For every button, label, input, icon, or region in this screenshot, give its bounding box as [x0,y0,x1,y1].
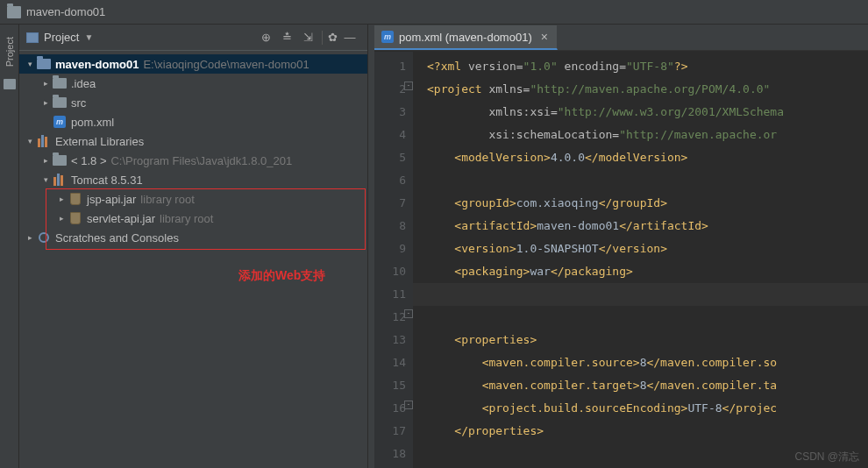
tree-item-scratches[interactable]: ▸ Scratches and Consoles [19,228,367,247]
locate-icon[interactable]: ⊕ [259,31,273,45]
collapse-all-icon[interactable]: ⇲ [301,31,315,45]
window-title: maven-domo01 [26,5,105,18]
expand-arrow-icon[interactable]: ▸ [40,98,51,107]
code-editor[interactable]: <?xml version="1.0" encoding="UTF-8"?> <… [413,52,868,468]
expand-arrow-icon[interactable]: ▾ [25,137,35,145]
tree-item-src[interactable]: ▸ src [19,93,367,112]
folder-icon [53,154,67,167]
expand-arrow-icon[interactable]: ▸ [40,156,51,165]
panel-resizer[interactable] [368,25,374,468]
tree-root-path: E:\xiaoqingCode\maven-domo01 [143,58,309,71]
window-titlebar: maven-domo01 [0,0,868,25]
tree-item-jsp-jar[interactable]: ▸ jsp-api.jar library root [19,189,367,209]
tree-item-idea[interactable]: ▸ .idea [19,74,367,93]
editor-tabs: m pom.xml (maven-domo01) × [374,25,868,51]
editor-tab-pom[interactable]: m pom.xml (maven-domo01) × [374,25,558,50]
project-panel-header: Project ▼ ⊕ ≛ ⇲ ✿ — [19,25,367,51]
module-icon [37,58,51,70]
tree-item-external-libraries[interactable]: ▾ External Libraries [19,131,367,151]
left-gutter: Project [0,25,19,468]
expand-arrow-icon[interactable]: ▸ [56,214,67,223]
expand-arrow-icon[interactable]: ▸ [40,79,51,88]
tree-item-tomcat[interactable]: ▾ Tomcat 8.5.31 [19,170,367,189]
project-view-label[interactable]: Project [44,31,79,44]
line-gutter: 1 2 3 4 5 6 7 8 9 10 11 12 13 14 15 16 1… [374,52,413,468]
tree-item-pom[interactable]: ▸ m pom.xml [19,112,367,131]
maven-file-icon: m [53,116,67,128]
expand-arrow-icon[interactable]: ▾ [25,60,35,68]
expand-arrow-icon[interactable]: ▸ [25,233,35,242]
folder-icon [53,96,67,109]
jar-icon [68,193,82,205]
library-icon [53,174,67,186]
tree-item-servlet-jar[interactable]: ▸ servlet-api.jar library root [19,209,367,228]
expand-all-icon[interactable]: ≛ [280,31,294,45]
jar-icon [68,212,82,224]
library-icon [37,135,51,147]
chevron-down-icon[interactable]: ▼ [84,32,93,42]
watermark: CSDN @清忘 [794,450,859,464]
hide-icon[interactable]: — [343,31,357,45]
tree-item-jdk[interactable]: ▸ < 1.8 > C:\Program Files\Java\jdk1.8.0… [19,151,367,170]
fold-icon[interactable]: - [404,401,413,409]
tree-root[interactable]: ▾ maven-domo01 E:\xiaoqingCode\maven-dom… [19,54,367,74]
folder-icon [7,6,21,18]
structure-tool-icon[interactable] [4,79,16,89]
scratches-icon [37,231,51,244]
project-panel: Project ▼ ⊕ ≛ ⇲ ✿ — ▾ maven-domo01 E:\xi… [19,25,368,468]
project-view-icon [26,32,39,43]
maven-file-icon: m [381,31,394,43]
folder-icon [53,77,67,89]
project-tree: ▾ maven-domo01 E:\xiaoqingCode\maven-dom… [19,51,367,468]
fold-icon[interactable]: - [404,309,413,318]
fold-icon[interactable]: - [404,82,413,90]
expand-arrow-icon[interactable]: ▸ [56,195,67,203]
settings-icon[interactable]: ✿ [322,31,336,45]
editor-area: m pom.xml (maven-domo01) × 1 2 3 4 5 6 7… [374,25,868,468]
close-icon[interactable]: × [541,30,548,44]
editor-tab-label: pom.xml (maven-domo01) [399,31,532,44]
annotation-text: 添加的Web支持 [238,268,325,284]
project-tool-tab[interactable]: Project [4,30,15,74]
tree-root-name: maven-domo01 [55,58,139,71]
expand-arrow-icon[interactable]: ▾ [40,175,51,184]
